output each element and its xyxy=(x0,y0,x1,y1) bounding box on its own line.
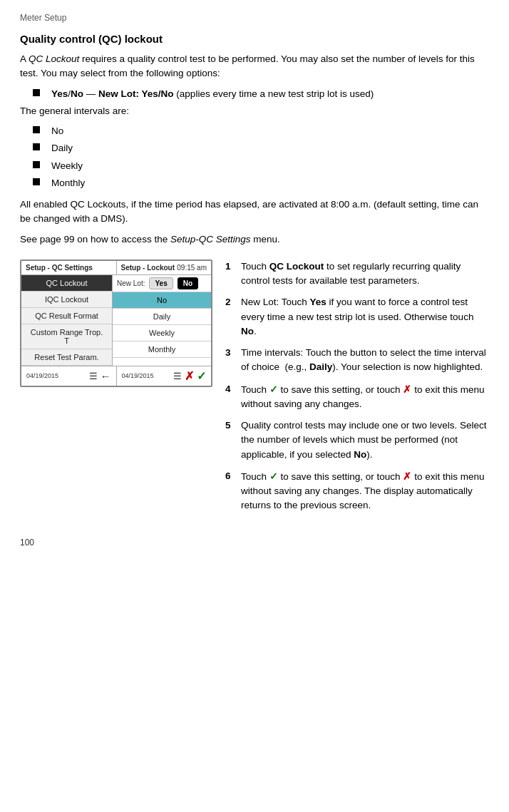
bullet-monthly: Monthly xyxy=(20,176,489,190)
right-panel-title: Setup - Lockout 09:15 am xyxy=(117,261,212,274)
inline-x-icon-4: ✗ xyxy=(403,384,411,395)
bullet-weekly: Weekly xyxy=(20,159,489,173)
lockout-option-weekly[interactable]: Weekly xyxy=(113,325,211,341)
new-lot-row: New Lot: Yes No xyxy=(113,275,211,292)
confirm-icon[interactable]: ✓ xyxy=(197,369,206,383)
step-6: 6 Touch ✓ to save this setting, or touch… xyxy=(225,469,489,513)
menu-item-reset-test[interactable]: Reset Test Param. xyxy=(21,349,112,366)
bottom-right: 04/19/2015 ☰ ✗ ✓ xyxy=(117,366,212,386)
yes-button[interactable]: Yes xyxy=(149,277,173,289)
screen-body: QC Lockout IQC Lockout QC Result Format … xyxy=(21,275,211,366)
see-page-paragraph: See page 99 on how to access the Setup-Q… xyxy=(20,232,489,247)
bullet-icon-monthly xyxy=(33,178,40,185)
bottom-left-icons: ☰ ← xyxy=(89,370,111,382)
inline-x-icon-6: ✗ xyxy=(403,471,411,482)
bullet-daily: Daily xyxy=(20,141,489,155)
screen-top-bar: Setup - QC Settings Setup - Lockout 09:1… xyxy=(21,261,211,275)
cancel-icon[interactable]: ✗ xyxy=(185,369,194,383)
date-right: 04/19/2015 xyxy=(122,372,154,379)
page-number: 100 xyxy=(20,538,489,548)
step-3: 3 Time intervals: Touch the button to se… xyxy=(225,346,489,375)
lockout-option-no[interactable]: No xyxy=(113,292,211,309)
inline-check-icon-6: ✓ xyxy=(269,471,278,482)
menu-item-qc-result-format[interactable]: QC Result Format xyxy=(21,308,112,324)
lockout-option-monthly[interactable]: Monthly xyxy=(113,341,211,358)
menu-item-iqc-lockout[interactable]: IQC Lockout xyxy=(21,292,112,308)
bullet-no: No xyxy=(20,124,489,138)
screen-bottom: 04/19/2015 ☰ ← 04/19/2015 ☰ ✗ ✓ xyxy=(21,366,211,386)
bullet-icon-daily xyxy=(33,143,40,150)
intro-paragraph: A QC Lockout requires a quality control … xyxy=(20,52,489,81)
menu-item-qc-lockout[interactable]: QC Lockout xyxy=(21,275,112,292)
device-time: 09:15 am xyxy=(177,264,207,272)
step-4: 4 Touch ✓ to save this setting, or touch… xyxy=(225,382,489,412)
step-1: 1 Touch QC Lockout to set regularly recu… xyxy=(225,259,489,289)
menu-item-custom-range[interactable]: Custom Range Trop. T xyxy=(21,324,112,349)
no-button[interactable]: No xyxy=(178,277,198,289)
lockout-option-daily[interactable]: Daily xyxy=(113,309,211,325)
lockout-panel: New Lot: Yes No No Daily Weekly Monthly xyxy=(113,275,211,366)
signal-icon: ☰ xyxy=(173,371,182,381)
bullet-icon-no xyxy=(33,126,40,133)
inline-check-icon-4: ✓ xyxy=(269,384,278,395)
new-lot-label: New Lot: xyxy=(117,279,145,287)
date-left: 04/19/2015 xyxy=(26,372,58,379)
device-screen: Setup - QC Settings Setup - Lockout 09:1… xyxy=(20,259,212,387)
bullet-square-icon xyxy=(33,89,40,96)
left-panel-title: Setup - QC Settings xyxy=(21,261,117,274)
page-title: Quality control (QC) lockout xyxy=(20,33,489,45)
qc-settings-menu: QC Lockout IQC Lockout QC Result Format … xyxy=(21,275,113,366)
device-simulator: Setup - QC Settings Setup - Lockout 09:1… xyxy=(20,259,212,520)
step-2: 2 New Lot: Touch Yes if you want to forc… xyxy=(225,295,489,339)
bullet-icon-weekly xyxy=(33,161,40,168)
step-5: 5 Quality control tests may include one … xyxy=(225,418,489,462)
note-paragraph: All enabled QC Lockouts, if the time per… xyxy=(20,197,489,227)
menu-icon: ☰ xyxy=(89,371,98,381)
bullet-new-lot: Yes/No — New Lot: Yes/No (applies every … xyxy=(20,87,489,101)
back-icon[interactable]: ← xyxy=(101,370,111,382)
page-header: Meter Setup xyxy=(20,13,489,23)
general-intervals-label: The general intervals are: xyxy=(20,104,489,118)
bottom-left: 04/19/2015 ☰ ← xyxy=(21,366,117,386)
bottom-right-icons: ☰ ✗ ✓ xyxy=(173,369,206,383)
instructions-panel: 1 Touch QC Lockout to set regularly recu… xyxy=(225,259,489,520)
